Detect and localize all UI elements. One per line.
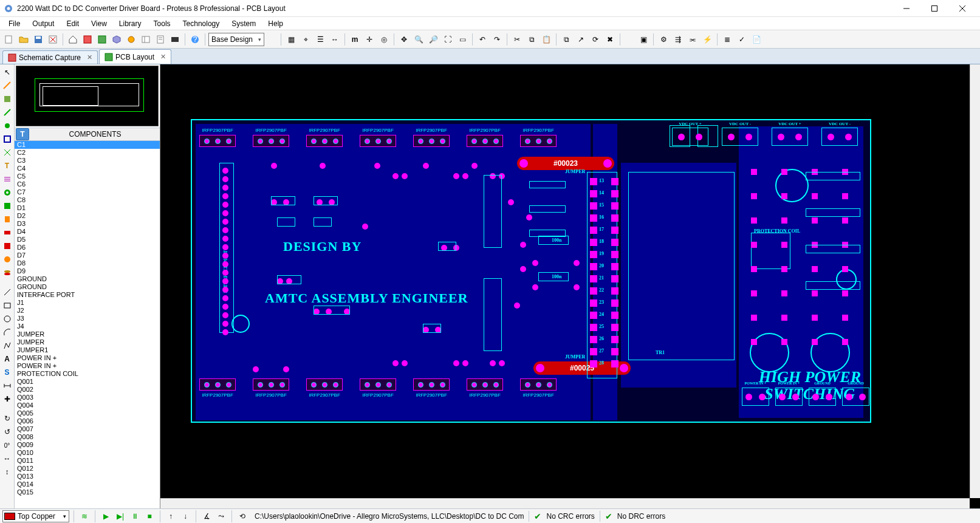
mosfet-package[interactable] [253, 378, 289, 391]
pad[interactable] [392, 360, 399, 366]
component-outline[interactable] [277, 217, 295, 227]
tab-schematic[interactable]: Schematic Capture ✕ [2, 50, 98, 64]
header-pad[interactable] [611, 239, 618, 246]
mosfet-package[interactable] [199, 378, 236, 391]
copy-icon[interactable]: ⧉ [525, 33, 538, 46]
design-explorer-icon[interactable] [139, 33, 152, 46]
zone-mode-icon[interactable] [1, 132, 14, 146]
gerber-icon[interactable] [125, 33, 138, 46]
schematic-icon[interactable] [81, 33, 94, 46]
interface-port-pad[interactable] [222, 261, 228, 267]
interface-port-pad[interactable] [222, 329, 228, 335]
power-ground-connector[interactable] [809, 388, 836, 406]
header-pad[interactable] [590, 251, 597, 258]
origin-icon[interactable]: ◎ [377, 33, 391, 46]
cap-top-right[interactable] [775, 169, 809, 202]
rotate-cw-icon[interactable]: ↻ [1, 412, 14, 425]
component-list-item[interactable]: J1 [15, 299, 160, 307]
pad[interactable] [520, 266, 526, 272]
layer-selector[interactable]: Top Copper [2, 510, 69, 522]
header-pad[interactable] [590, 263, 597, 270]
new-project-icon[interactable] [2, 33, 16, 46]
minimize-button[interactable] [893, 0, 920, 17]
component-outline[interactable] [438, 242, 456, 251]
pad-stack-icon[interactable] [1, 266, 14, 279]
array-pad[interactable] [812, 193, 818, 199]
redo-icon[interactable]: ↷ [490, 33, 504, 46]
trace-angle-icon[interactable]: ∡ [200, 510, 213, 522]
component-list-item[interactable]: Q008 [15, 433, 160, 441]
zoom-out-icon[interactable]: 🔎 [427, 33, 440, 46]
component-list-item[interactable]: J3 [15, 315, 160, 323]
toggle-origin-icon[interactable]: ⌖ [299, 33, 312, 46]
path-2d-icon[interactable] [1, 339, 14, 352]
home-icon[interactable] [66, 33, 80, 46]
header-pad[interactable] [611, 275, 618, 282]
component-list-item[interactable]: D7 [15, 251, 160, 259]
menu-system[interactable]: System [225, 17, 262, 30]
track-pill-1[interactable]: #00023 [517, 157, 614, 170]
component-list-item[interactable]: JUMPER [15, 338, 160, 346]
tab-close-icon[interactable]: ✕ [87, 53, 92, 61]
component-list-item[interactable]: D2 [15, 212, 160, 220]
zoom-all-icon[interactable]: ⛶ [441, 33, 454, 46]
component-list-item[interactable]: C2 [15, 149, 160, 157]
array-pad[interactable] [842, 339, 848, 345]
component-mode-icon[interactable] [1, 79, 14, 92]
component-outline[interactable] [314, 217, 332, 227]
cut-icon[interactable]: ✂ [510, 33, 524, 46]
pad-edge-icon[interactable] [1, 239, 14, 253]
undo-icon[interactable]: ↶ [476, 33, 489, 46]
pad[interactable] [253, 366, 259, 372]
component-list-item[interactable]: D8 [15, 259, 160, 267]
mirror-x-icon[interactable]: ↔ [1, 452, 14, 465]
highlight-net-icon[interactable]: ⚡ [701, 33, 714, 46]
menu-library[interactable]: Library [113, 17, 148, 30]
component-list-item[interactable]: J4 [15, 323, 160, 330]
power-ground-connector[interactable] [842, 388, 869, 406]
zoom-area-icon[interactable]: ▭ [456, 33, 469, 46]
component-outline[interactable] [271, 196, 295, 205]
box-2d-icon[interactable] [1, 299, 14, 312]
live-netlist-icon[interactable]: ≋ [78, 510, 91, 522]
component-outline[interactable] [529, 230, 566, 237]
object-selector-icon[interactable]: T [16, 128, 29, 140]
interface-port-pad[interactable] [222, 202, 228, 208]
array-pad[interactable] [812, 266, 818, 272]
pad[interactable] [526, 214, 532, 220]
horizontal-scrollbar[interactable] [160, 498, 970, 508]
interface-port-pad[interactable] [222, 227, 228, 233]
mosfet-package[interactable] [306, 135, 343, 147]
header-pad[interactable] [590, 299, 597, 307]
mosfet-package[interactable] [467, 135, 503, 147]
array-pad[interactable] [842, 290, 848, 296]
autoplace-icon[interactable]: ⚙ [657, 33, 670, 46]
toggle-layers-icon[interactable]: ☰ [314, 33, 327, 46]
pad[interactable] [532, 284, 538, 290]
array-outline[interactable] [806, 172, 860, 180]
pcb-canvas[interactable]: DESIGN BY AMTC ASSEMBLY ENGINEER HIGH PO… [160, 64, 970, 498]
mirror-y-icon[interactable]: ↕ [1, 465, 14, 479]
component-list-item[interactable]: C6 [15, 180, 160, 188]
array-pad[interactable] [751, 169, 757, 175]
protection-coil-outline[interactable] [751, 233, 790, 269]
mosfet-package[interactable] [306, 378, 343, 391]
interface-port-pad[interactable] [222, 210, 228, 216]
array-pad[interactable] [781, 242, 787, 248]
component-list-item[interactable]: Q014 [15, 480, 160, 488]
header-pad[interactable] [590, 324, 597, 331]
component-outline[interactable] [277, 275, 301, 284]
interface-port-pad[interactable] [222, 176, 228, 182]
components-list[interactable]: C1C2C3C4C5C6C7C8D1D2D3D4D5D6D7D8D9GROUND… [15, 141, 160, 508]
autoroute-icon[interactable]: ⇶ [671, 33, 685, 46]
mosfet-package[interactable] [413, 378, 450, 391]
pad[interactable] [490, 360, 496, 366]
ratsnest-icon[interactable] [1, 146, 14, 159]
array-pad[interactable] [781, 193, 787, 199]
connectivity-icon[interactable]: ⫘ [686, 33, 699, 46]
component-list-item[interactable]: Q013 [15, 473, 160, 480]
menu-tools[interactable]: Tools [148, 17, 177, 30]
power-ground-connector[interactable] [742, 388, 769, 406]
save-icon[interactable] [32, 33, 45, 46]
pad[interactable] [499, 360, 505, 366]
